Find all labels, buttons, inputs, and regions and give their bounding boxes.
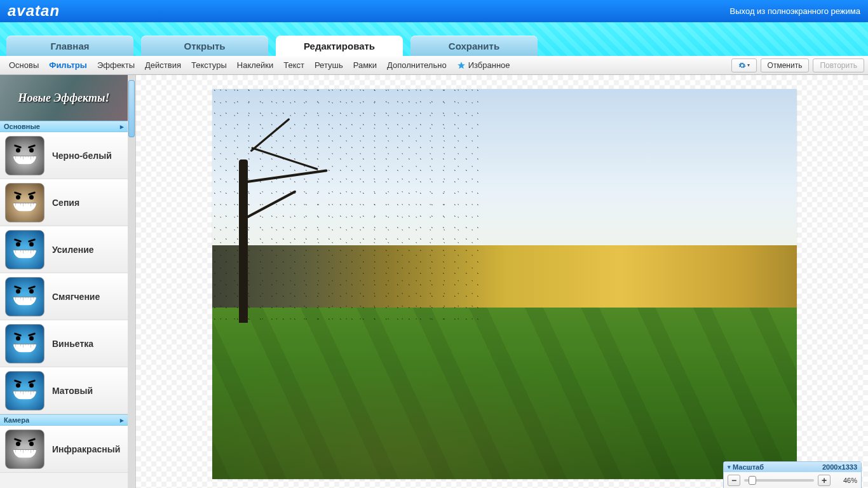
filter-item-sepia[interactable]: Сепия: [0, 179, 128, 226]
tool-effects[interactable]: Эффекты: [92, 56, 140, 75]
category-header-camera[interactable]: Камера ▸: [0, 414, 128, 426]
tool-filters[interactable]: Фильтры: [44, 56, 92, 75]
tab-save[interactable]: Сохранить: [410, 36, 538, 56]
canvas-area[interactable]: ▾ Масштаб 2000x1333 − + 46%: [136, 75, 868, 488]
filter-thumb-icon: [5, 136, 44, 175]
main-tabs-strip: Главная Открыть Редактировать Сохранить: [0, 22, 868, 56]
sidebar-scrollbar[interactable]: [128, 75, 135, 488]
undo-button[interactable]: Отменить: [761, 58, 810, 72]
filter-label: Сепия: [52, 198, 79, 208]
zoom-percent: 46%: [834, 477, 857, 484]
filter-item-soften[interactable]: Смягчение: [0, 273, 128, 320]
filter-item-boost[interactable]: Усиление: [0, 226, 128, 273]
tool-frames[interactable]: Рамки: [348, 56, 382, 75]
filter-thumb-icon: [5, 277, 44, 316]
redo-button[interactable]: Повторить: [813, 58, 864, 72]
filter-thumb-icon: [5, 230, 44, 269]
chevron-right-icon: ▸: [120, 416, 124, 424]
filter-thumb-icon: [5, 324, 44, 363]
toolbar-right: ▾ Отменить Повторить: [731, 58, 864, 72]
filter-label: Виньетка: [52, 339, 93, 349]
workspace: Новые Эффекты! Основные ▸ Черно-белый Се…: [0, 75, 868, 488]
chevron-right-icon: ▸: [120, 123, 124, 131]
tool-more[interactable]: Дополнительно: [382, 56, 452, 75]
filter-item-matte[interactable]: Матовый: [0, 367, 128, 414]
scrollbar-thumb[interactable]: [128, 80, 135, 137]
tool-textures[interactable]: Текстуры: [186, 56, 232, 75]
tab-edit[interactable]: Редактировать: [276, 36, 403, 56]
tab-open[interactable]: Открыть: [141, 36, 268, 56]
zoom-panel: ▾ Масштаб 2000x1333 − + 46%: [723, 461, 862, 488]
category-label: Камера: [4, 416, 29, 424]
tool-retouch[interactable]: Ретушь: [309, 56, 348, 75]
chevron-down-icon[interactable]: ▾: [728, 464, 731, 470]
filter-thumb-icon: [5, 430, 44, 469]
chevron-down-icon: ▾: [747, 62, 750, 68]
favorites-button[interactable]: Избранное: [452, 60, 515, 70]
filter-item-vignette[interactable]: Виньетка: [0, 320, 128, 367]
filter-item-bw[interactable]: Черно-белый: [0, 132, 128, 179]
category-header-main[interactable]: Основные ▸: [0, 121, 128, 132]
tool-stickers[interactable]: Наклейки: [232, 56, 278, 75]
svg-marker-0: [458, 62, 465, 69]
image-dimensions: 2000x1333: [822, 463, 857, 471]
filter-label: Инфракрасный: [52, 444, 120, 454]
filter-thumb-icon: [5, 183, 44, 222]
tab-home[interactable]: Главная: [6, 36, 133, 56]
zoom-in-button[interactable]: +: [818, 475, 831, 486]
favorites-label: Избранное: [468, 60, 510, 70]
filter-label: Смягчение: [52, 292, 100, 302]
filter-label: Усиление: [52, 245, 94, 255]
filter-thumb-icon: [5, 371, 44, 410]
sidebar: Новые Эффекты! Основные ▸ Черно-белый Се…: [0, 75, 136, 488]
zoom-slider[interactable]: [744, 479, 814, 482]
exit-fullscreen-link[interactable]: Выход из полноэкранного режима: [730, 6, 860, 16]
topbar: avatan Выход из полноэкранного режима: [0, 0, 868, 22]
category-label: Основные: [4, 123, 40, 130]
filter-label: Матовый: [52, 386, 93, 396]
star-icon: [457, 61, 466, 70]
gear-icon: [738, 62, 746, 69]
tool-basics[interactable]: Основы: [4, 56, 44, 75]
promo-banner[interactable]: Новые Эффекты!: [0, 75, 128, 121]
zoom-label: Масштаб: [733, 463, 764, 471]
filter-label: Черно-белый: [52, 151, 112, 161]
brand-logo: avatan: [8, 2, 60, 20]
zoom-out-button[interactable]: −: [728, 475, 740, 486]
toolbar-left: Основы Фильтры Эффекты Действия Текстуры…: [4, 56, 515, 75]
toolbar: Основы Фильтры Эффекты Действия Текстуры…: [0, 56, 868, 75]
settings-button[interactable]: ▾: [731, 58, 757, 72]
tool-actions[interactable]: Действия: [140, 56, 186, 75]
tool-text[interactable]: Текст: [278, 56, 309, 75]
canvas-image[interactable]: [212, 89, 797, 479]
filter-item-infrared[interactable]: Инфракрасный: [0, 426, 128, 473]
slider-knob[interactable]: [749, 476, 756, 485]
